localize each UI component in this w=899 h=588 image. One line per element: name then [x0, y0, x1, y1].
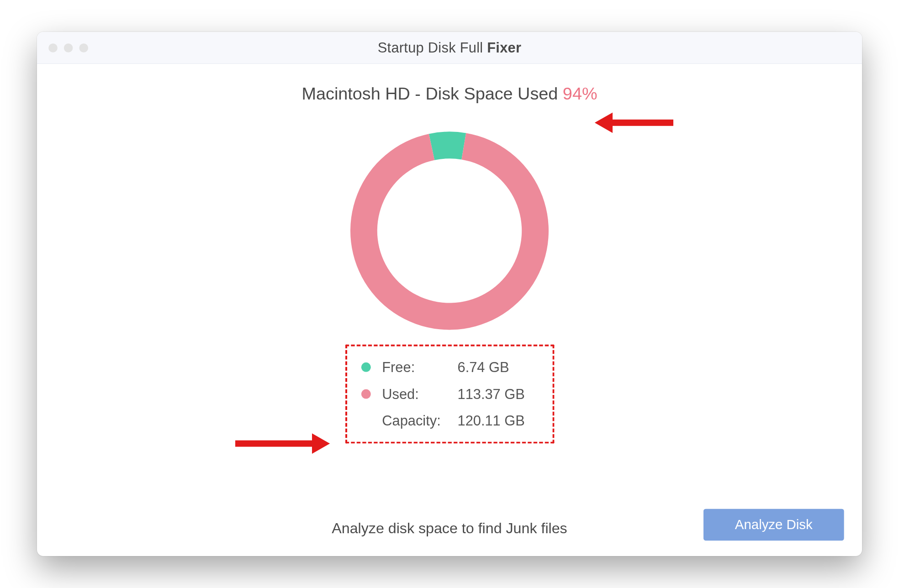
- legend-row-free: Free: 6.74 GB: [361, 354, 534, 381]
- disk-usage-donut-chart: [347, 128, 552, 333]
- zoom-window-icon[interactable]: [79, 43, 88, 52]
- annotation-arrow-percent: [595, 112, 673, 133]
- window-title-bold: Fixer: [487, 39, 521, 55]
- used-label: Used:: [382, 381, 446, 408]
- headline-percent: 94%: [563, 84, 598, 104]
- minimize-window-icon[interactable]: [64, 43, 73, 52]
- content-area: Macintosh HD - Disk Space Used 94% Free:…: [37, 64, 862, 556]
- titlebar: Startup Disk Full Fixer: [37, 32, 862, 64]
- close-window-icon[interactable]: [48, 43, 58, 52]
- free-label: Free:: [382, 354, 446, 381]
- headline-text: Macintosh HD - Disk Space Used: [301, 84, 562, 104]
- free-value: 6.74 GB: [458, 354, 534, 381]
- annotation-arrow-legend: [235, 433, 330, 454]
- capacity-label: Capacity:: [382, 408, 446, 435]
- analyze-prompt: Analyze disk space to find Junk files: [332, 520, 567, 537]
- capacity-value: 120.11 GB: [458, 408, 534, 435]
- used-value: 113.37 GB: [458, 381, 534, 408]
- legend-box: Free: 6.74 GB Used: 113.37 GB Capacity: …: [345, 345, 554, 444]
- used-swatch-icon: [361, 389, 370, 399]
- analyze-disk-button[interactable]: Analyze Disk: [703, 509, 844, 541]
- free-swatch-icon: [361, 362, 370, 372]
- window-title-light: Startup Disk Full: [378, 39, 487, 55]
- app-window: Startup Disk Full Fixer Macintosh HD - D…: [37, 32, 862, 556]
- window-controls: [48, 43, 88, 52]
- legend-row-capacity: Capacity: 120.11 GB: [361, 408, 534, 435]
- disk-usage-headline: Macintosh HD - Disk Space Used 94%: [301, 84, 597, 104]
- legend-row-used: Used: 113.37 GB: [361, 381, 534, 408]
- capacity-swatch-placeholder: [361, 416, 370, 425]
- window-title: Startup Disk Full Fixer: [378, 39, 522, 56]
